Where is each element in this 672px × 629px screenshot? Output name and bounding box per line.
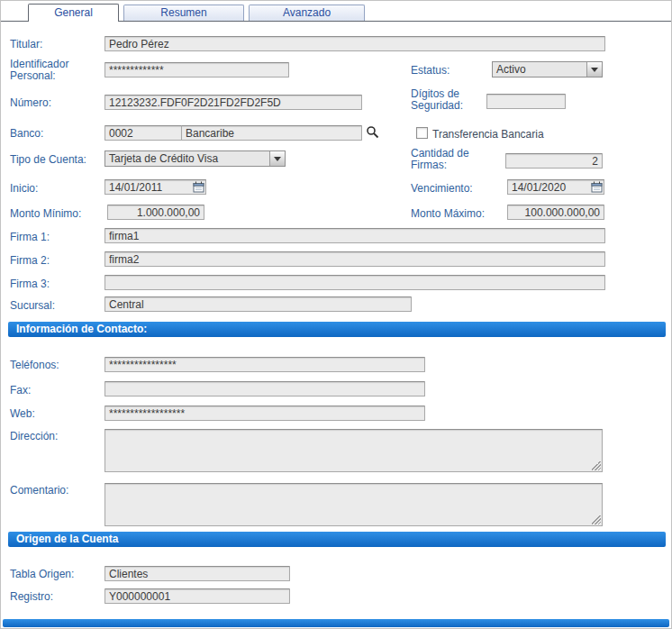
numero-label: Número: <box>10 97 98 109</box>
calendar-icon[interactable] <box>591 181 603 193</box>
section-header-origen: Origen de la Cuenta <box>8 532 666 547</box>
telefonos-label: Teléfonos: <box>10 360 98 371</box>
firma3-label: Firma 3: <box>10 278 98 290</box>
firma1-label: Firma 1: <box>10 232 98 243</box>
monto-minimo-label: Monto Mínimo: <box>10 208 98 220</box>
resize-grip-icon[interactable] <box>592 461 601 470</box>
direccion-textarea-field[interactable] <box>105 430 602 471</box>
section-header-contacto: Información de Contacto: <box>8 322 666 337</box>
chevron-down-icon[interactable] <box>269 151 285 166</box>
resize-grip-icon[interactable] <box>592 515 601 524</box>
comentario-label: Comentario: <box>10 485 98 497</box>
identificador-input[interactable] <box>104 62 289 77</box>
registro-label: Registro: <box>10 591 98 603</box>
monto-minimo-input[interactable] <box>107 205 204 220</box>
comentario-textarea[interactable] <box>104 483 603 526</box>
monto-maximo-input[interactable] <box>507 205 604 220</box>
vencimiento-label: Vencimiento: <box>411 183 473 195</box>
tipo-cuenta-label: Tipo de Cuenta: <box>10 154 98 166</box>
inicio-label: Inicio: <box>10 183 98 195</box>
telefonos-input[interactable] <box>104 357 425 372</box>
estatus-select[interactable]: Activo <box>492 61 603 77</box>
tipo-cuenta-select[interactable]: Tarjeta de Crédito Visa <box>104 150 286 167</box>
tab-resumen[interactable]: Resumen <box>123 5 244 21</box>
digitos-seguridad-label: Dígitos de Seguridad: <box>411 88 483 112</box>
web-label: Web: <box>10 408 98 420</box>
fax-label: Fax: <box>10 385 98 397</box>
tab-avanzado[interactable]: Avanzado <box>249 5 365 21</box>
vencimiento-date-field[interactable]: 14/01/2020 <box>507 179 604 195</box>
titular-input[interactable] <box>104 36 605 51</box>
transferencia-checkbox[interactable] <box>416 127 428 139</box>
tab-general[interactable]: General <box>28 4 119 22</box>
direccion-label: Dirección: <box>10 431 98 442</box>
inicio-date-value: 14/01/2011 <box>109 181 193 194</box>
tabla-origen-input[interactable] <box>104 566 290 581</box>
banco-name-input[interactable] <box>181 125 362 141</box>
chevron-down-glyph <box>591 68 598 72</box>
direccion-textarea[interactable] <box>104 429 603 472</box>
numero-input[interactable] <box>104 95 362 110</box>
tabla-origen-label: Tabla Origen: <box>10 569 98 580</box>
fax-input[interactable] <box>104 381 425 397</box>
banco-code-input[interactable] <box>104 125 182 141</box>
estatus-selected-value: Activo <box>493 62 586 77</box>
registro-input[interactable] <box>104 588 290 604</box>
search-icon[interactable] <box>366 125 379 142</box>
monto-maximo-label: Monto Máximo: <box>411 208 485 220</box>
calendar-icon[interactable] <box>193 181 204 193</box>
titular-label: Titular: <box>10 39 98 50</box>
digitos-seguridad-input[interactable] <box>486 94 566 109</box>
account-form: General Resumen Avanzado Titular: Identi… <box>0 0 672 629</box>
firma3-input[interactable] <box>104 275 605 290</box>
firma1-input[interactable] <box>104 228 605 243</box>
sucursal-input[interactable] <box>104 296 412 312</box>
tipo-cuenta-selected-value: Tarjeta de Crédito Visa <box>105 151 269 166</box>
transferencia-label: Transferencia Bancaria <box>432 129 544 141</box>
vencimiento-date-value: 14/01/2020 <box>512 181 591 194</box>
footer-bar <box>3 619 669 627</box>
cantidad-firmas-label: Cantidad de Firmas: <box>411 148 483 171</box>
identificador-label: Identificador Personal: <box>10 59 98 82</box>
inicio-date-field[interactable]: 14/01/2011 <box>104 179 206 195</box>
web-input[interactable] <box>104 406 425 421</box>
comentario-textarea-field[interactable] <box>105 484 602 525</box>
chevron-down-glyph <box>274 157 281 161</box>
firma2-input[interactable] <box>104 251 605 267</box>
firma2-label: Firma 2: <box>10 255 98 267</box>
estatus-label: Estatus: <box>411 65 450 77</box>
cantidad-firmas-input[interactable] <box>505 153 603 169</box>
chevron-down-icon[interactable] <box>586 62 602 77</box>
sucursal-label: Sucursal: <box>10 300 98 312</box>
banco-label: Banco: <box>10 128 98 140</box>
